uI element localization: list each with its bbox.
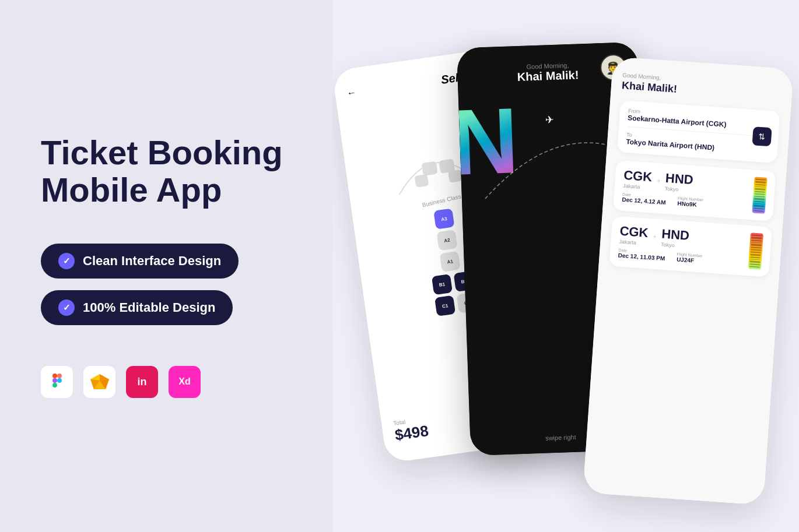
feature-label-2: 100% Editable Design — [83, 300, 215, 315]
barcode-line — [755, 181, 766, 183]
ticket-info-2: CGK Jakarta ✈ HND Tokyo — [618, 223, 745, 268]
barcode-line — [755, 193, 765, 195]
svg-rect-2 — [52, 378, 57, 383]
barcode-line — [751, 242, 762, 243]
svg-rect-1 — [57, 374, 62, 378]
main-title: Ticket Booking Mobile App — [41, 134, 297, 209]
barcode-line — [754, 203, 765, 204]
barcode-line — [755, 191, 765, 192]
ticket-route-1: CGK Jakarta ✈ HND Tokyo — [623, 167, 749, 197]
barcode-line — [751, 246, 761, 248]
seat-c1[interactable]: C1 — [434, 295, 455, 316]
barcode-line — [751, 237, 762, 239]
svg-rect-13 — [415, 174, 429, 187]
barcode-line — [751, 249, 761, 251]
ticket-screen: Good Morning, Khai Malik! From Soekarno-… — [583, 57, 794, 505]
barcode-line — [755, 188, 765, 190]
seat-a2[interactable]: A2 — [436, 230, 457, 251]
phone-tickets: Good Morning, Khai Malik! From Soekarno-… — [583, 57, 794, 505]
seat-row-a3: A3 — [433, 208, 454, 229]
barcode-line — [750, 259, 761, 260]
svg-point-4 — [57, 378, 62, 383]
feature-badge-2[interactable]: ✓ 100% Editable Design — [41, 290, 233, 325]
ticket-1-flight-value: HNo9K — [677, 200, 703, 208]
phones-container: ← Select Seat Unavailable Selected Avail… — [347, 27, 784, 505]
search-box[interactable]: From Soekarno-Hatta Airport (CGK) To Tok… — [617, 100, 780, 163]
title-line2: Mobile App — [41, 171, 222, 209]
barcode-line — [754, 198, 765, 200]
barcode-line — [750, 253, 761, 256]
barcode-line — [751, 244, 761, 246]
ticket-2-origin-code: CGK — [619, 223, 649, 240]
ticket-2-dest: HND Tokyo — [661, 226, 690, 249]
svg-rect-3 — [52, 383, 57, 387]
feature-label-1: Clean Interface Design — [83, 253, 221, 269]
ticket-2-date-item: Date Dec 12, 11.03 PM — [618, 248, 665, 262]
barcode-line — [754, 207, 764, 209]
seat-a3[interactable]: A3 — [433, 208, 454, 229]
left-panel: Ticket Booking Mobile App ✓ Clean Interf… — [0, 0, 332, 532]
barcode-line — [755, 184, 766, 185]
barcode-line — [754, 205, 764, 207]
barcode-line — [750, 256, 761, 258]
barcode-line — [755, 178, 766, 180]
barcode-line — [752, 234, 762, 236]
svg-rect-0 — [52, 374, 57, 378]
barcode-line — [749, 266, 760, 267]
ticket-1-origin-code: CGK — [623, 167, 653, 184]
ticket-card-1[interactable]: CGK Jakarta ✈ HND Tokyo — [613, 160, 776, 221]
figma-icon[interactable] — [41, 366, 73, 398]
check-icon-2: ✓ — [58, 300, 75, 316]
barcode-line — [751, 239, 762, 241]
svg-text:✈: ✈ — [545, 114, 554, 126]
ticket-2-flight-value: UJ24F — [677, 256, 703, 264]
sketch-icon[interactable] — [83, 366, 115, 398]
swap-button[interactable]: ⇅ — [752, 126, 772, 146]
ticket-1-dest-code: HND — [665, 170, 693, 187]
svg-rect-14 — [448, 169, 462, 182]
seat-row-a1: A1 — [440, 251, 461, 272]
route-arrow-icon-2: ✈ — [653, 234, 657, 239]
seat-row-a2: A2 — [436, 230, 457, 251]
ticket-2-origin: CGK Jakarta — [619, 223, 649, 246]
ticket-2-dest-code: HND — [661, 226, 689, 243]
tools-row: in Xd — [41, 366, 297, 398]
feature-badge-1[interactable]: ✓ Clean Interface Design — [41, 244, 239, 279]
ticket-card-2[interactable]: CGK Jakarta ✈ HND Tokyo — [609, 216, 772, 277]
route-arrow-icon-1: ✈ — [656, 178, 661, 183]
xd-label: Xd — [178, 376, 190, 387]
barcode-line — [755, 186, 766, 187]
barcode-line — [754, 200, 765, 202]
swipe-text: swipe right — [545, 433, 576, 441]
invision-icon[interactable]: in — [126, 366, 158, 398]
barcode-line — [751, 251, 761, 253]
svg-rect-11 — [422, 161, 438, 175]
ticket-1-date-item: Date Dec 12, 4.12 AM — [622, 192, 666, 205]
ticket-2-flight-item: Flight Number UJ24F — [677, 252, 703, 264]
barcode-line — [749, 263, 760, 265]
invision-label: in — [138, 376, 147, 388]
xd-icon[interactable]: Xd — [169, 366, 201, 398]
ticket-info-1: CGK Jakarta ✈ HND Tokyo — [622, 167, 749, 212]
check-icon-1: ✓ — [58, 253, 75, 269]
seat-b1[interactable]: B1 — [432, 274, 453, 295]
ticket-1-origin: CGK Jakarta — [623, 167, 653, 190]
ticket-1-flight-item: Flight Number HNo9K — [677, 196, 703, 208]
ticket-route-2: CGK Jakarta ✈ HND Tokyo — [619, 223, 745, 253]
title-line1: Ticket Booking — [41, 133, 283, 171]
barcode-line — [754, 210, 764, 212]
ticket-1-dest: HND Tokyo — [664, 170, 693, 193]
barcode-strip-2 — [748, 232, 763, 269]
seat-a1[interactable]: A1 — [440, 251, 461, 272]
barcode-line — [754, 195, 765, 197]
right-panel: ← Select Seat Unavailable Selected Avail… — [332, 0, 799, 532]
barcode-line — [749, 260, 760, 263]
barcode-strip-1 — [752, 177, 767, 213]
